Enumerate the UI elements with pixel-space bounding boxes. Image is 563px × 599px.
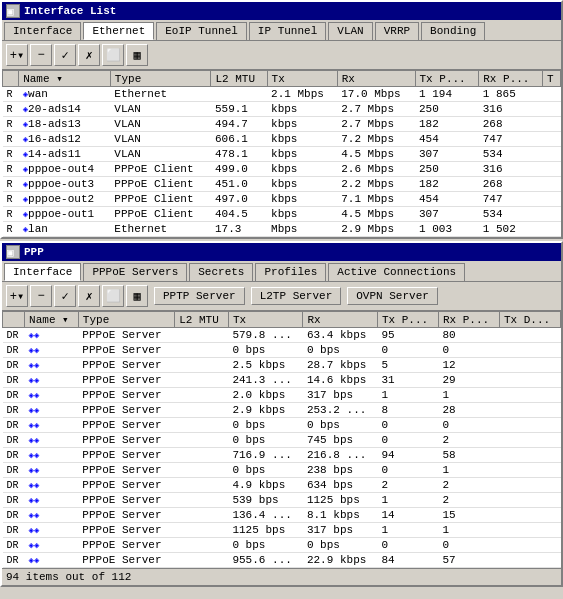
table-row[interactable]: DR ◈◈ PPPoE Server 2.0 kbps 317 bps 1 1 (3, 388, 561, 403)
cell-tx: 539 bps (228, 493, 303, 508)
col-tx[interactable]: Tx (267, 71, 337, 87)
cell-name: ◈◈ (25, 538, 79, 553)
cell-tx: 0 bps (228, 418, 303, 433)
cell-tx: 0 bps (228, 463, 303, 478)
col2-flag (3, 312, 25, 328)
cell-tx: 955.6 ... (228, 553, 303, 568)
cell-t (542, 207, 560, 222)
table-row[interactable]: DR ◈◈ PPPoE Server 0 bps 0 bps 0 0 (3, 418, 561, 433)
table-row[interactable]: R ◈18-ads13 VLAN 494.7 kbps 2.7 Mbps 182… (3, 117, 561, 132)
remove-button-1[interactable]: − (30, 44, 52, 66)
comment-button-1[interactable]: ⬜ (102, 44, 124, 66)
add-button-1[interactable]: +▾ (6, 44, 28, 66)
table-row[interactable]: DR ◈◈ PPPoE Server 2.9 kbps 253.2 ... 8 … (3, 403, 561, 418)
cell-flag: DR (3, 508, 25, 523)
table-row[interactable]: DR ◈◈ PPPoE Server 955.6 ... 22.9 kbps 8… (3, 553, 561, 568)
table-row[interactable]: DR ◈◈ PPPoE Server 136.4 ... 8.1 kbps 14… (3, 508, 561, 523)
table-row[interactable]: R ◈14-ads11 VLAN 478.1 kbps 4.5 Mbps 307… (3, 147, 561, 162)
tab-iptunnel[interactable]: IP Tunnel (249, 22, 326, 40)
table-row[interactable]: DR ◈◈ PPPoE Server 0 bps 745 bps 0 2 (3, 433, 561, 448)
table-row[interactable]: R ◈pppoe-out3 PPPoE Client 451.0 kbps 2.… (3, 177, 561, 192)
table-row[interactable]: DR ◈◈ PPPoE Server 1125 bps 317 bps 1 1 (3, 523, 561, 538)
cell-l2mtu (175, 418, 229, 433)
tab2-profiles[interactable]: Profiles (255, 263, 326, 281)
col-type[interactable]: Type (110, 71, 211, 87)
tab-interface[interactable]: Interface (4, 22, 81, 40)
cell-l2mtu (175, 553, 229, 568)
col2-tx[interactable]: Tx (228, 312, 303, 328)
table-row[interactable]: DR ◈◈ PPPoE Server 0 bps 0 bps 0 0 (3, 343, 561, 358)
cell-txp: 250 (415, 102, 479, 117)
cell-flag: R (3, 222, 19, 237)
col2-rxp[interactable]: Rx P... (438, 312, 499, 328)
cell-l2mtu (175, 358, 229, 373)
cell-rx: 7.1 Mbps (337, 192, 415, 207)
filter-button-2[interactable]: ▦ (126, 285, 148, 307)
col-flag (3, 71, 19, 87)
cell-l2mtu: 606.1 (211, 132, 267, 147)
cell-t (542, 147, 560, 162)
filter-button-1[interactable]: ▦ (126, 44, 148, 66)
col-l2mtu[interactable]: L2 MTU (211, 71, 267, 87)
table-row[interactable]: DR ◈◈ PPPoE Server 0 bps 0 bps 0 0 (3, 538, 561, 553)
window-title-2: PPP (24, 246, 44, 258)
cell-rx: 2.9 Mbps (337, 222, 415, 237)
tab-eoip[interactable]: EoIP Tunnel (156, 22, 247, 40)
tab2-interface[interactable]: Interface (4, 263, 81, 281)
cell-flag: R (3, 132, 19, 147)
col-name[interactable]: Name ▾ (19, 71, 111, 87)
cell-rxp: 15 (438, 508, 499, 523)
cell-txd (499, 388, 560, 403)
tab-vrrp[interactable]: VRRP (375, 22, 419, 40)
cell-rx: 8.1 kbps (303, 508, 378, 523)
table-row[interactable]: R ◈20-ads14 VLAN 559.1 kbps 2.7 Mbps 250… (3, 102, 561, 117)
cell-name: ◈16-ads12 (19, 132, 111, 147)
cell-flag: R (3, 87, 19, 102)
col2-rx[interactable]: Rx (303, 312, 378, 328)
pptp-server-button[interactable]: PPTP Server (154, 287, 245, 305)
col-txp[interactable]: Tx P... (415, 71, 479, 87)
disable-button-1[interactable]: ✗ (78, 44, 100, 66)
add-button-2[interactable]: +▾ (6, 285, 28, 307)
ppp-table: Name ▾ Type L2 MTU Tx Rx Tx P... Rx P...… (2, 311, 561, 568)
table-row[interactable]: R ◈pppoe-out1 PPPoE Client 404.5 kbps 4.… (3, 207, 561, 222)
table-row[interactable]: DR ◈◈ PPPoE Server 2.5 kbps 28.7 kbps 5 … (3, 358, 561, 373)
col2-type[interactable]: Type (78, 312, 174, 328)
col-rx[interactable]: Rx (337, 71, 415, 87)
cell-txp: 0 (377, 433, 438, 448)
tab2-secrets[interactable]: Secrets (189, 263, 253, 281)
col-t[interactable]: T (542, 71, 560, 87)
disable-button-2[interactable]: ✗ (78, 285, 100, 307)
table-row[interactable]: DR ◈◈ PPPoE Server 716.9 ... 216.8 ... 9… (3, 448, 561, 463)
table-row[interactable]: R ◈pppoe-out4 PPPoE Client 499.0 kbps 2.… (3, 162, 561, 177)
enable-button-2[interactable]: ✓ (54, 285, 76, 307)
col2-txp[interactable]: Tx P... (377, 312, 438, 328)
col2-l2mtu[interactable]: L2 MTU (175, 312, 229, 328)
col-rxp[interactable]: Rx P... (479, 71, 543, 87)
table-row[interactable]: DR ◈◈ PPPoE Server 0 bps 238 bps 0 1 (3, 463, 561, 478)
ovpn-server-button[interactable]: OVPN Server (347, 287, 438, 305)
table-row[interactable]: DR ◈◈ PPPoE Server 579.8 ... 63.4 kbps 9… (3, 328, 561, 343)
comment-button-2[interactable]: ⬜ (102, 285, 124, 307)
col2-txd[interactable]: Tx D... (499, 312, 560, 328)
tab-ethernet[interactable]: Ethernet (83, 22, 154, 40)
col2-name[interactable]: Name ▾ (25, 312, 79, 328)
enable-button-1[interactable]: ✓ (54, 44, 76, 66)
table-row[interactable]: R ◈pppoe-out2 PPPoE Client 497.0 kbps 7.… (3, 192, 561, 207)
remove-button-2[interactable]: − (30, 285, 52, 307)
table-row[interactable]: DR ◈◈ PPPoE Server 4.9 kbps 634 bps 2 2 (3, 478, 561, 493)
table-row[interactable]: DR ◈◈ PPPoE Server 241.3 ... 14.6 kbps 3… (3, 373, 561, 388)
tab2-pppoe-servers[interactable]: PPPoE Servers (83, 263, 187, 281)
tab-bonding[interactable]: Bonding (421, 22, 485, 40)
cell-l2mtu (175, 478, 229, 493)
cell-t (542, 87, 560, 102)
tab2-active-connections[interactable]: Active Connections (328, 263, 465, 281)
tab-vlan[interactable]: VLAN (328, 22, 372, 40)
table-row[interactable]: DR ◈◈ PPPoE Server 539 bps 1125 bps 1 2 (3, 493, 561, 508)
l2tp-server-button[interactable]: L2TP Server (251, 287, 342, 305)
cell-rx: 745 bps (303, 433, 378, 448)
table-row[interactable]: R ◈16-ads12 VLAN 606.1 kbps 7.2 Mbps 454… (3, 132, 561, 147)
table-row[interactable]: R ◈lan Ethernet 17.3 Mbps 2.9 Mbps 1 003… (3, 222, 561, 237)
table-row[interactable]: R ◈wan Ethernet 2.1 Mbps 17.0 Mbps 1 194… (3, 87, 561, 102)
cell-rx: 634 bps (303, 478, 378, 493)
